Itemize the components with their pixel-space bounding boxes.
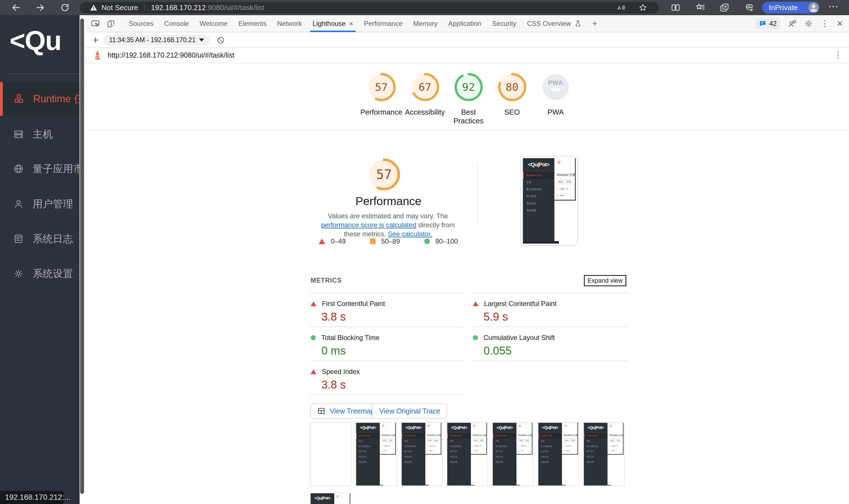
reload-icon[interactable] <box>60 3 70 12</box>
browser-essentials-icon[interactable] <box>744 3 754 12</box>
tab-actions-icon[interactable] <box>720 3 729 12</box>
tab-security[interactable]: Security <box>487 15 522 32</box>
mini-table-row: test <box>609 450 615 452</box>
address-bar[interactable]: Not Secure 192.168.170.212 :9080/ui/#/ta… <box>80 2 658 13</box>
score-calc-link[interactable]: performance score is calculated <box>321 221 416 229</box>
tab-elements[interactable]: Elements <box>233 15 272 32</box>
inprivate-badge[interactable]: InPrivate <box>762 2 819 14</box>
mini-nav-item: Runtime 任务 <box>523 172 554 179</box>
new-report-icon[interactable]: + <box>92 35 99 45</box>
tab-sources[interactable]: Sources <box>123 15 159 32</box>
profile-avatar[interactable] <box>809 2 819 13</box>
scrollbar-thumb[interactable] <box>80 19 84 494</box>
mini-table-row: test <box>557 194 564 197</box>
issues-counter[interactable]: 42 <box>756 18 780 29</box>
page-screenshot-thumbnail: <Qu|Pot> Runtime 任务 主机 量子应用市场 用户管理 系统日志 … <box>356 423 396 486</box>
feedback-icon[interactable] <box>788 19 796 28</box>
page-scrollbar[interactable] <box>80 15 85 504</box>
mini-logo: <Qu|Pot> <box>356 425 380 430</box>
tab-lighthouse[interactable]: Lighthouse × <box>307 15 359 32</box>
mini-content: Runtime 任务 添加 升级 名称⇅ test <box>334 493 350 504</box>
pass-circle-icon <box>311 335 316 340</box>
metric-largest-contentful-paint[interactable]: Largest Contentful Paint 5.9 s <box>472 292 627 326</box>
not-secure-label[interactable]: Not Secure <box>102 3 138 12</box>
tab-welcome[interactable]: Welcome <box>194 15 233 32</box>
mini-nav-item: Runtime 任务 <box>356 433 380 438</box>
mini-table-row: test <box>564 450 569 452</box>
split-screen-icon[interactable] <box>671 3 680 12</box>
close-tab-icon[interactable]: × <box>349 20 353 27</box>
filmstrip-frame[interactable]: <Qu|Pot> Runtime 任务 主机 量子应用市场 用户管理 系统日志 … <box>492 422 534 486</box>
expand-view-button[interactable]: Expand view <box>584 275 626 286</box>
filmstrip-frame[interactable]: <Qu|Pot> Runtime 任务 主机 量子应用市场 用户管理 系统日志 … <box>356 422 397 486</box>
checkbox-icon <box>427 450 429 451</box>
mini-logo: <Qu|Pot> <box>538 425 562 430</box>
final-screenshot-card[interactable]: <Qu|Pot> Runtime 任务 主机 量子应用市场 用户管理 系统日志 … <box>521 156 578 246</box>
tab-memory[interactable]: Memory <box>408 15 443 32</box>
collections-icon[interactable] <box>695 3 705 12</box>
forward-icon[interactable] <box>35 3 45 12</box>
score-gauge-performance[interactable]: 57 Performance <box>360 72 402 125</box>
tab-performance[interactable]: Performance <box>359 15 408 32</box>
favorites-star-icon[interactable] <box>639 3 647 12</box>
browser-menu-icon[interactable]: ⋯ <box>828 2 838 11</box>
mini-nav-item: 系统设置 <box>538 460 562 465</box>
tab-css-overview[interactable]: CSS Overview <box>522 15 587 32</box>
filmstrip-frame[interactable]: <Qu|Pot> Runtime 任务 主机 量子应用市场 用户管理 系统日志 … <box>447 422 488 486</box>
pwa-dash-icon <box>551 88 560 91</box>
filmstrip-frame[interactable] <box>310 422 351 486</box>
tab-network[interactable]: Network <box>272 15 307 32</box>
score-gauge-best-practices[interactable]: 92 Best Practices <box>448 72 490 125</box>
view-original-trace-button[interactable]: View Original Trace <box>372 403 447 419</box>
sidebar-item-system-settings[interactable]: 系统设置 <box>0 264 80 284</box>
clear-reports-icon[interactable] <box>216 36 225 44</box>
see-calculator-link[interactable]: See calculator. <box>388 230 432 238</box>
menu-icon <box>609 424 612 427</box>
checkbox-icon <box>427 445 429 447</box>
filmstrip-frame[interactable]: <Qu|Pot> Runtime 任务 主机 量子应用市场 用户管理 系统日志 … <box>583 422 625 486</box>
filmstrip-frame[interactable]: <Qu|Pot> Runtime 任务 主机 量子应用市场 用户管理 系统日志 … <box>401 422 443 486</box>
score-gauge-pwa[interactable]: PWA PWA <box>535 72 577 125</box>
device-toolbar-icon[interactable] <box>106 19 115 28</box>
back-icon[interactable] <box>11 3 21 12</box>
lighthouse-logo-icon <box>92 50 103 60</box>
mini-nav-item: 量子应用市场 <box>538 444 562 449</box>
divider <box>85 130 849 131</box>
inspect-element-icon[interactable] <box>91 19 100 28</box>
devtools-tabbar: Sources Console Welcome Elements Network… <box>85 15 849 32</box>
sidebar-item-hosts[interactable]: 主机 <box>0 124 80 144</box>
mini-status-bar <box>447 485 474 486</box>
checkbox-icon <box>473 450 474 451</box>
url-path[interactable]: :9080/ui/#/task/list <box>206 3 264 12</box>
devtools-close-icon[interactable]: × <box>837 19 843 29</box>
sidebar-item-quantum-app-market[interactable]: 量子应用市 <box>0 159 80 179</box>
more-tabs-icon[interactable]: + <box>587 15 603 32</box>
report-options-icon[interactable]: ⋮ <box>834 50 842 59</box>
score-gauge-seo[interactable]: 80 SEO <box>491 72 533 125</box>
tab-application[interactable]: Application <box>443 15 486 32</box>
metric-first-contentful-paint[interactable]: First Contentful Paint 3.8 s <box>310 292 463 326</box>
view-treemap-button[interactable]: View Treemap <box>310 403 382 419</box>
filmstrip-frame[interactable]: <Qu|Pot> Runtime 任务 主机 量子应用市场 用户管理 系统日志 … <box>538 422 579 486</box>
metric-cumulative-layout-shift[interactable]: Cumulative Layout Shift 0.055 <box>472 326 627 360</box>
sidebar-item-user-management[interactable]: 用户管理 <box>0 194 80 214</box>
not-secure-warning-icon[interactable] <box>90 4 98 12</box>
metric-total-blocking-time[interactable]: Total Blocking Time 0 ms <box>310 326 463 360</box>
sidebar-item-system-logs[interactable]: 系统日志 <box>0 229 80 249</box>
read-aloud-icon[interactable]: A <box>617 3 625 12</box>
mini-status-bar <box>402 485 429 486</box>
devtools-settings-gear-icon[interactable] <box>804 19 813 28</box>
url-host[interactable]: 192.168.170.212 <box>151 3 206 12</box>
report-session-dropdown[interactable]: 11:34:35 AM - 192.168.170.21 <box>104 35 209 46</box>
gear-icon <box>14 269 23 279</box>
mini-nav-item: 用户管理 <box>584 449 607 454</box>
metric-speed-index[interactable]: Speed Index 3.8 s <box>310 360 463 394</box>
mini-nav-item: 主机 <box>584 438 607 444</box>
filmstrip-frame[interactable]: <Qu|Pot> Runtime 任务 主机 量子应用市场 用户管理 系统日志 … <box>310 493 351 504</box>
tab-console[interactable]: Console <box>159 15 194 32</box>
score-gauge-accessibility[interactable]: 67 Accessibility <box>404 72 446 125</box>
mini-logo: <Qu|Pot> <box>447 425 471 430</box>
performance-score-gauge[interactable]: 57 <box>367 158 401 191</box>
sidebar-item-runtime-tasks[interactable]: Runtime 任 <box>0 82 80 116</box>
devtools-menu-icon[interactable]: ⋮ <box>820 19 829 29</box>
